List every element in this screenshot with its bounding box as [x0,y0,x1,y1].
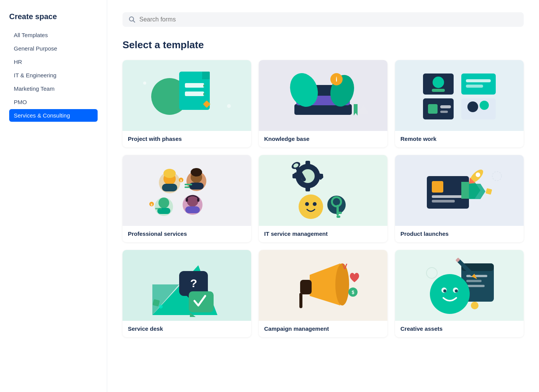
template-card-professional-services[interactable]: $ $ Professional services [122,155,251,242]
svg-point-87 [492,172,501,181]
svg-point-109 [430,274,470,314]
svg-rect-25 [461,74,496,95]
svg-rect-49 [186,198,188,202]
svg-rect-99 [300,280,312,294]
svg-text:i: i [336,76,337,83]
svg-point-96 [159,305,163,309]
svg-rect-48 [185,206,200,213]
svg-point-38 [163,169,176,178]
svg-rect-53 [185,184,192,185]
svg-point-112 [443,289,446,292]
sidebar-item-hr[interactable]: HR [9,56,98,68]
svg-rect-50 [197,198,199,202]
template-card-remote-work[interactable]: Remote work [395,60,524,147]
svg-rect-54 [185,186,190,188]
sidebar-nav: All TemplatesGeneral PurposeHRIT & Engin… [9,29,98,122]
svg-point-69 [299,194,323,219]
svg-rect-75 [336,212,342,214]
svg-point-44 [158,198,169,208]
svg-rect-80 [432,200,455,203]
svg-point-34 [480,101,489,110]
section-title: Select a template [122,39,524,51]
svg-rect-29 [428,104,438,114]
svg-rect-8 [185,83,204,88]
svg-text:?: ? [190,277,197,289]
svg-point-33 [467,101,478,112]
svg-rect-76 [336,216,340,218]
template-label-campaign-management: Campaign management [259,321,387,337]
svg-rect-86 [485,188,492,194]
svg-point-113 [455,289,458,292]
svg-point-42 [191,168,202,176]
svg-rect-32 [461,98,496,119]
svg-rect-41 [189,183,204,189]
template-card-project-phases[interactable]: Project with phases [122,60,251,147]
sidebar-item-marketing-team[interactable]: Marketing Team [9,82,98,95]
template-label-knowledge-base: Knowledge base [259,131,387,147]
svg-rect-106 [466,275,487,277]
svg-point-71 [313,202,317,206]
svg-point-117 [471,302,479,309]
template-card-creative-assets[interactable]: Creative assets [395,250,524,337]
sidebar-item-general-purpose[interactable]: General Purpose [9,42,98,55]
svg-rect-27 [466,85,483,88]
svg-text:$: $ [352,290,354,295]
svg-rect-26 [466,79,491,82]
svg-marker-82 [469,184,485,199]
svg-rect-60 [305,161,310,167]
template-label-service-desk: Service desk [122,321,251,337]
svg-line-1 [133,21,135,23]
svg-marker-21 [358,104,369,114]
search-input[interactable] [139,16,518,23]
svg-point-3 [227,104,231,108]
svg-rect-28 [423,98,454,119]
svg-rect-30 [440,105,451,108]
svg-rect-37 [162,184,177,191]
main-content: Select a template [107,0,539,392]
svg-point-70 [305,202,309,206]
svg-rect-79 [432,195,462,198]
svg-rect-10 [185,91,204,96]
svg-rect-24 [432,89,445,92]
template-label-remote-work: Remote work [395,131,524,147]
template-card-campaign-management[interactable]: V $ Campaign management [259,250,387,337]
svg-rect-57 [155,208,162,209]
template-label-professional-services: Professional services [122,226,251,242]
svg-point-118 [426,268,437,278]
template-label-project-phases: Project with phases [122,131,251,147]
template-card-it-service[interactable]: IT service management [259,155,387,242]
svg-rect-108 [466,285,485,287]
search-bar[interactable] [122,12,524,27]
search-icon [129,16,136,23]
svg-point-23 [433,77,444,88]
svg-text:V: V [342,262,348,271]
svg-rect-61 [305,185,310,191]
template-card-knowledge-base[interactable]: i Knowledge base [259,60,387,147]
template-card-product-launches[interactable]: Product launches [395,155,524,242]
sidebar: Create space All TemplatesGeneral Purpos… [0,0,107,392]
svg-rect-78 [432,181,443,193]
svg-point-73 [332,197,341,206]
sidebar-item-services-consulting[interactable]: Services & Consulting [9,109,98,122]
svg-rect-103 [299,293,302,308]
svg-rect-31 [440,111,448,113]
svg-text:$: $ [151,203,153,206]
svg-point-2 [143,82,146,85]
sidebar-item-all-templates[interactable]: All Templates [9,29,98,41]
svg-rect-7 [202,72,210,79]
svg-marker-18 [354,104,358,116]
template-label-creative-assets: Creative assets [395,321,524,337]
template-card-service-desk[interactable]: ? Service desk [122,250,251,337]
sidebar-item-pmo[interactable]: PMO [9,96,98,108]
svg-text:$: $ [180,179,182,182]
template-label-product-launches: Product launches [395,226,524,242]
svg-rect-107 [466,280,482,282]
sidebar-title: Create space [9,12,98,21]
template-grid: Project with phases i [122,60,524,337]
sidebar-item-it-engineering[interactable]: IT & Engineering [9,69,98,82]
template-label-it-service: IT service management [259,226,387,242]
